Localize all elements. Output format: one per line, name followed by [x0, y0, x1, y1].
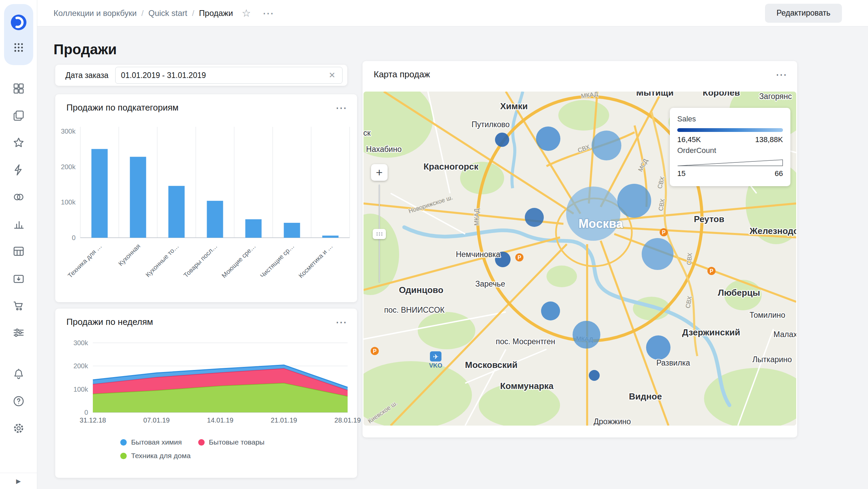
bar-0[interactable] — [91, 149, 108, 238]
legend-item-0[interactable]: Бытовая химия — [120, 438, 182, 446]
city-label: Железнодо — [749, 226, 796, 236]
bar-1[interactable] — [130, 157, 146, 238]
topbar: Коллекции и воркбуки / Quick start / Про… — [37, 0, 868, 26]
sales-legend-title: Sales — [677, 115, 783, 123]
sidebar-item-tables[interactable] — [11, 243, 26, 259]
sidebar-item-cart[interactable] — [11, 298, 26, 313]
date-range-input[interactable] — [121, 71, 327, 80]
legend-item-2[interactable]: Техника для дома — [120, 452, 191, 460]
city-label: Одинцово — [399, 285, 443, 295]
sales-bubble-3[interactable] — [525, 208, 544, 227]
services-grid-icon[interactable] — [13, 42, 24, 55]
city-label-capital: Москва — [578, 217, 623, 231]
page-title: Продажи — [54, 41, 117, 58]
bar-chart-title: Продажи по подкатегориям — [66, 102, 179, 113]
zoom-slider-handle[interactable] — [373, 229, 386, 239]
bar-4[interactable] — [245, 219, 262, 238]
y-tick-label: 300k — [74, 339, 88, 347]
sidebar-item-help[interactable] — [11, 393, 26, 409]
page-more-icon[interactable]: ⋯ — [262, 6, 274, 20]
sliders-icon — [13, 327, 25, 339]
date-range-field[interactable]: ✕ — [115, 67, 343, 84]
city-label: Лыткарино — [752, 355, 792, 364]
edit-button[interactable]: Редактировать — [765, 4, 842, 23]
sidebar-item-favorites[interactable] — [11, 135, 26, 151]
legend-dot-icon — [198, 439, 205, 446]
date-filter-card: Дата заказа ✕ — [55, 65, 347, 86]
sidebar-item-notifications[interactable] — [11, 366, 26, 382]
sidebar-item-service-settings[interactable] — [11, 325, 26, 340]
breadcrumb-collections[interactable]: Коллекции и воркбуки — [54, 8, 137, 18]
sidebar-item-connections[interactable] — [11, 189, 26, 205]
datalens-logo-icon[interactable] — [11, 15, 26, 32]
x-category-label: Техника для … — [66, 242, 103, 279]
city-label: Развилка — [656, 358, 690, 367]
city-label: Реутов — [694, 214, 724, 224]
airplane-glyph: ✈ — [433, 353, 439, 360]
breadcrumb-quick-start[interactable]: Quick start — [148, 8, 187, 18]
map-park — [558, 100, 609, 131]
road-marker-glyph: Р — [662, 230, 666, 235]
lightning-icon — [13, 164, 25, 176]
sales-bubble-10[interactable] — [646, 335, 670, 360]
area-chart-menu-icon[interactable]: ⋯ — [335, 319, 347, 326]
ordercount-max-value: 66 — [775, 169, 783, 178]
x-category-label: Косметика и … — [297, 242, 334, 279]
road-marker-glyph: Р — [710, 268, 714, 274]
sales-bubble-11[interactable] — [589, 370, 600, 381]
area-chart-title: Продажи по неделям — [66, 317, 153, 327]
ordercount-wedge-icon — [677, 159, 783, 167]
road-label: СВХ — [685, 253, 693, 266]
favorite-star-icon[interactable]: ☆ — [242, 7, 251, 19]
sidebar-collapse-button[interactable]: ▶ — [0, 473, 37, 489]
sales-bubble-2[interactable] — [592, 131, 621, 160]
sidebar-item-dashboards[interactable] — [11, 81, 26, 96]
bar-6[interactable] — [322, 236, 338, 238]
date-filter-label: Дата заказа — [65, 71, 108, 80]
sidebar-item-settings[interactable] — [11, 420, 26, 436]
clear-filter-icon[interactable]: ✕ — [327, 71, 337, 80]
y-tick-label: 300k — [61, 128, 76, 135]
bar-chart-menu-icon[interactable]: ⋯ — [335, 104, 347, 111]
sales-bubble-1[interactable] — [536, 126, 560, 151]
sales-bubble-8[interactable] — [541, 301, 560, 320]
bar-5[interactable] — [284, 223, 300, 238]
sales-map[interactable]: МКАДМКАДМКАДСВХСВХСВХСВХСВХМСДНоворижско… — [364, 92, 796, 426]
city-label: Томилино — [749, 311, 785, 319]
map-title: Карта продаж — [374, 69, 430, 80]
zoom-in-button[interactable]: + — [371, 164, 388, 181]
map-menu-icon[interactable]: ⋯ — [776, 71, 787, 78]
workbooks-icon — [13, 110, 25, 122]
x-category-label: Кухонная — [117, 242, 142, 267]
x-category-label: Чистящие ср… — [259, 242, 296, 279]
sales-bubble-9[interactable] — [573, 321, 600, 349]
sidebar-item-quick-actions[interactable] — [11, 162, 26, 178]
legend-item-1[interactable]: Бытовые товары — [198, 438, 265, 446]
sales-max-value: 138,88K — [755, 135, 783, 144]
breadcrumb-current: Продажи — [199, 8, 233, 18]
sales-bubble-4[interactable] — [566, 187, 620, 241]
x-tick-label: 14.01.19 — [207, 416, 233, 424]
bar-chart: 300k200k100k0Техника для …КухоннаяКухонн… — [55, 118, 357, 302]
sales-bubble-5[interactable] — [617, 184, 651, 218]
sales-bubble-7[interactable] — [642, 238, 674, 270]
city-label: Путилково — [472, 120, 510, 129]
linked-circles-icon — [13, 191, 25, 203]
road-label: МКАД — [473, 209, 480, 226]
map-legend: Sales 16,45K 138,88K OrderCount 15 66 — [670, 108, 790, 186]
bar-chart-card: Продажи по подкатегориям ⋯ 300k200k100k0… — [55, 94, 357, 302]
sidebar-item-workbooks[interactable] — [11, 108, 26, 123]
area-chart-legend: Бытовая химияБытовые товарыТехника для д… — [120, 438, 330, 460]
breadcrumb: Коллекции и воркбуки / Quick start / Про… — [54, 6, 274, 20]
sidebar-item-datasets[interactable] — [11, 271, 26, 286]
sales-bubble-0[interactable] — [495, 133, 509, 147]
help-icon — [13, 395, 25, 407]
area-chart-card: Продажи по неделям ⋯ 300k200k100k031.12.… — [55, 309, 357, 478]
y-tick-label: 0 — [72, 234, 76, 241]
bar-2[interactable] — [168, 186, 185, 238]
bar-3[interactable] — [207, 201, 223, 238]
bar-chart-icon — [13, 218, 25, 230]
city-label: Малах — [773, 330, 796, 339]
sidebar-item-charts[interactable] — [11, 216, 26, 232]
y-tick-label: 0 — [84, 409, 88, 416]
